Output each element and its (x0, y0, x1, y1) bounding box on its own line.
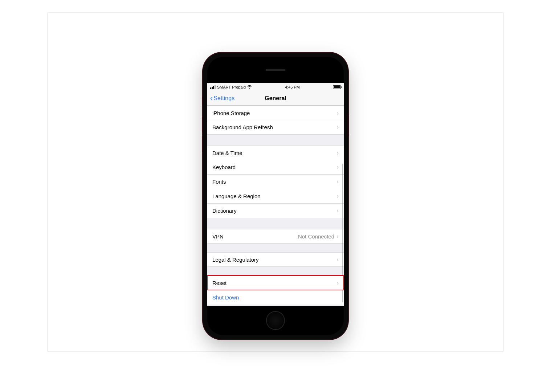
row-keyboard[interactable]: Keyboard› (207, 160, 344, 175)
row-label: Background App Refresh (212, 124, 336, 130)
row-iphone-storage[interactable]: iPhone Storage› (207, 106, 344, 120)
screen: SMART Prepaid 4:45 PM ‹ Settings General (207, 83, 344, 306)
row-label: VPN (212, 233, 298, 240)
row-label: Keyboard (212, 164, 336, 170)
chevron-left-icon: ‹ (210, 94, 213, 102)
volume-up-button (202, 117, 203, 132)
row-date-time[interactable]: Date & Time› (207, 146, 344, 160)
chevron-right-icon: › (336, 123, 339, 131)
row-detail: Not Connected (298, 233, 334, 240)
phone-inner: SMART Prepaid 4:45 PM ‹ Settings General (207, 57, 344, 335)
status-bar: SMART Prepaid 4:45 PM (207, 83, 344, 91)
row-label: Dictionary (212, 208, 336, 214)
chevron-right-icon: › (336, 233, 339, 240)
mute-switch (202, 96, 203, 106)
group-spacer (207, 135, 344, 146)
back-button[interactable]: ‹ Settings (210, 94, 234, 102)
chevron-right-icon: › (336, 279, 339, 287)
group-spacer (207, 267, 344, 275)
phone-frame: SMART Prepaid 4:45 PM ‹ Settings General (203, 53, 348, 339)
row-background-app-refresh[interactable]: Background App Refresh› (207, 120, 344, 135)
row-label: iPhone Storage (212, 110, 336, 116)
row-label: Legal & Regulatory (212, 257, 336, 263)
chevron-right-icon: › (336, 163, 339, 171)
row-legal-regulatory[interactable]: Legal & Regulatory› (207, 252, 344, 267)
wifi-icon (247, 85, 252, 89)
speaker-grille (266, 69, 285, 71)
carrier-label: SMART Prepaid (217, 85, 246, 89)
chevron-right-icon: › (336, 207, 339, 215)
bottom-bezel (207, 306, 344, 335)
chevron-right-icon: › (336, 109, 339, 117)
row-label: Reset (212, 280, 336, 286)
battery-icon (333, 85, 341, 89)
row-shut-down[interactable]: Shut Down (207, 290, 344, 305)
power-button (348, 114, 349, 136)
row-label: Language & Region (212, 193, 336, 199)
back-label: Settings (213, 95, 234, 102)
group-spacer (207, 244, 344, 252)
chevron-right-icon: › (336, 149, 339, 157)
status-time: 4:45 PM (285, 85, 300, 89)
group-spacer (207, 218, 344, 229)
status-right (333, 85, 341, 89)
chevron-right-icon: › (336, 192, 339, 200)
row-label: Fonts (212, 179, 336, 185)
chevron-right-icon: › (336, 256, 339, 264)
row-label: Shut Down (212, 294, 339, 301)
home-button[interactable] (266, 311, 285, 330)
status-left: SMART Prepaid (210, 85, 252, 89)
signal-icon (210, 85, 216, 89)
row-reset[interactable]: Reset› (207, 275, 344, 290)
volume-down-button (202, 136, 203, 152)
row-language-region[interactable]: Language & Region› (207, 189, 344, 204)
row-label: Date & Time (212, 150, 336, 156)
settings-list[interactable]: iPhone Storage›Background App Refresh›Da… (207, 106, 344, 306)
row-fonts[interactable]: Fonts› (207, 175, 344, 189)
row-dictionary[interactable]: Dictionary› (207, 204, 344, 218)
nav-bar: ‹ Settings General (207, 91, 344, 106)
top-bezel (207, 57, 344, 83)
row-vpn[interactable]: VPNNot Connected› (207, 229, 344, 244)
chevron-right-icon: › (336, 178, 339, 185)
